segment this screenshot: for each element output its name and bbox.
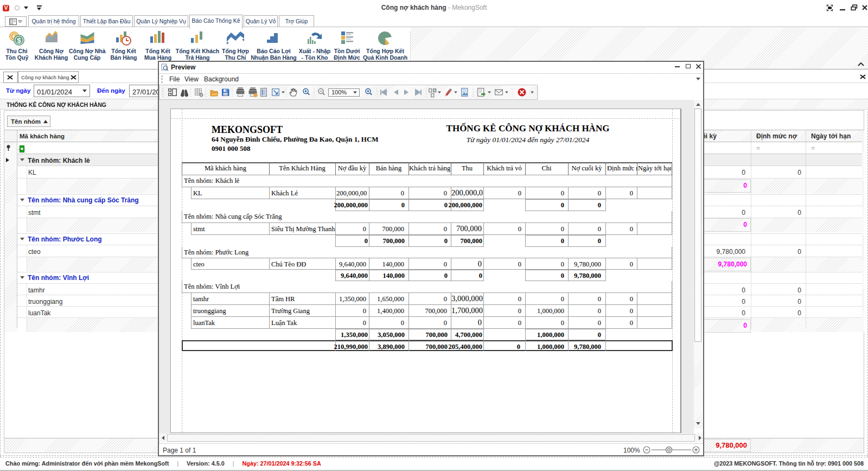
svg-text:100%: 100% (331, 89, 347, 96)
svg-text:$: $ (17, 36, 21, 44)
svg-text:c: c (24, 148, 26, 151)
